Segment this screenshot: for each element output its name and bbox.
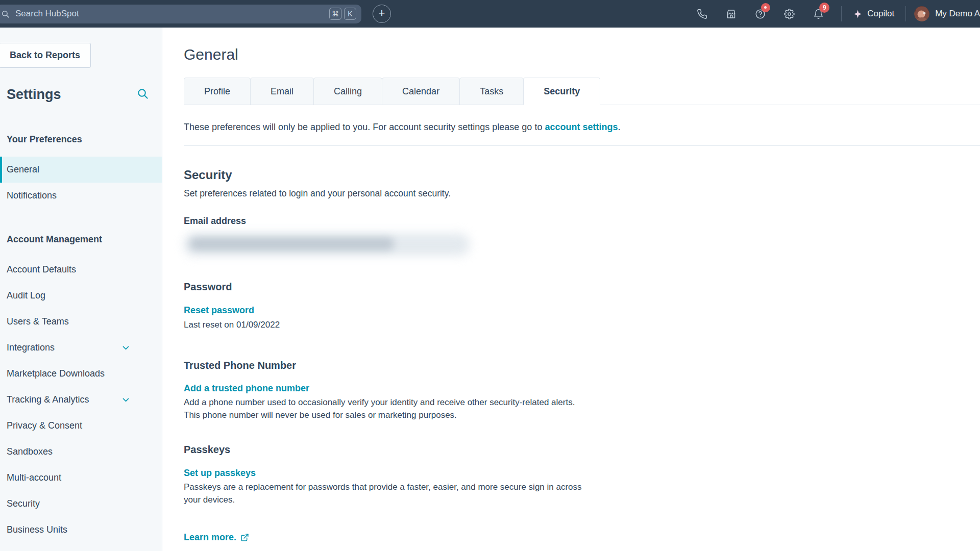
sidebar-item-sandboxes[interactable]: Sandboxes bbox=[0, 439, 162, 465]
trusted-phone-heading: Trusted Phone Number bbox=[184, 359, 980, 372]
sidebar-item-audit-log[interactable]: Audit Log bbox=[0, 283, 162, 309]
sidebar-item-multi-account[interactable]: Multi-account bbox=[0, 465, 162, 491]
trusted-phone-description: Add a phone number used to occasionally … bbox=[184, 396, 587, 421]
sidebar-item-integrations[interactable]: Integrations bbox=[0, 335, 162, 361]
sidebar-item-label: Users & Teams bbox=[7, 316, 69, 327]
account-label: My Demo A bbox=[935, 9, 980, 19]
sidebar-item-label: General bbox=[7, 164, 39, 175]
nav-divider bbox=[841, 6, 842, 21]
preferences-notice: These preferences will only be applied t… bbox=[184, 121, 980, 133]
section-divider bbox=[184, 145, 980, 146]
sidebar-item-label: Tracking & Analytics bbox=[7, 394, 89, 405]
notice-text: These preferences will only be applied t… bbox=[184, 122, 545, 132]
chevron-down-icon bbox=[121, 395, 130, 404]
back-to-reports-button[interactable]: Back to Reports bbox=[0, 43, 91, 68]
settings-button[interactable] bbox=[775, 0, 804, 28]
email-address-redacted bbox=[184, 233, 470, 256]
settings-search-icon[interactable] bbox=[137, 88, 149, 102]
tab-calendar[interactable]: Calendar bbox=[382, 78, 460, 105]
sidebar-title: Settings bbox=[7, 84, 61, 105]
passkeys-learn-more-link[interactable]: Learn more. bbox=[184, 531, 249, 543]
sidebar-item-tracking-analytics[interactable]: Tracking & Analytics bbox=[0, 387, 162, 413]
add-trusted-phone-link[interactable]: Add a trusted phone number bbox=[184, 382, 309, 394]
sidebar-item-label: Audit Log bbox=[7, 290, 45, 301]
help-notification-dot bbox=[761, 3, 770, 12]
setup-passkeys-link[interactable]: Set up passkeys bbox=[184, 467, 256, 479]
notice-period: . bbox=[618, 122, 620, 132]
sidebar-section-heading: Account Management bbox=[0, 233, 162, 245]
tab-calling[interactable]: Calling bbox=[313, 78, 382, 105]
sidebar-item-approvals[interactable]: Approvals bbox=[0, 543, 162, 551]
sidebar-item-label: Integrations bbox=[7, 342, 55, 353]
account-menu-button[interactable]: My Demo A bbox=[914, 6, 980, 21]
sidebar-item-label: Business Units bbox=[7, 524, 67, 535]
sidebar-item-business-units[interactable]: Business Units bbox=[0, 517, 162, 543]
settings-content: General ProfileEmailCallingCalendarTasks… bbox=[162, 28, 980, 551]
sidebar-item-account-defaults[interactable]: Account Defaults bbox=[0, 257, 162, 283]
top-navigation: ⌘ K + bbox=[0, 0, 980, 28]
passkeys-heading: Passkeys bbox=[184, 443, 980, 456]
sidebar-item-users-teams[interactable]: Users & Teams bbox=[0, 309, 162, 335]
help-button[interactable] bbox=[746, 0, 775, 28]
gear-icon bbox=[784, 9, 795, 19]
sidebar-item-label: Privacy & Consent bbox=[7, 420, 82, 431]
sidebar-item-label: Account Defaults bbox=[7, 264, 76, 275]
notifications-button[interactable]: 9 bbox=[804, 0, 833, 28]
sidebar-item-label: Marketplace Downloads bbox=[7, 368, 105, 379]
global-search[interactable]: ⌘ K bbox=[0, 5, 361, 23]
create-button[interactable]: + bbox=[373, 5, 391, 23]
password-heading: Password bbox=[184, 280, 980, 293]
sidebar-item-label: Security bbox=[7, 498, 40, 509]
nav-divider bbox=[905, 6, 906, 21]
k-key-badge: K bbox=[344, 8, 356, 20]
tab-email[interactable]: Email bbox=[250, 78, 314, 105]
marketplace-icon bbox=[726, 9, 737, 19]
reset-password-link[interactable]: Reset password bbox=[184, 304, 254, 316]
sidebar-item-label: Sandboxes bbox=[7, 446, 53, 457]
sidebar-item-label: Notifications bbox=[7, 190, 57, 201]
sparkle-icon bbox=[853, 9, 863, 19]
sidebar-item-general[interactable]: General bbox=[0, 157, 162, 183]
sidebar-item-label: Multi-account bbox=[7, 472, 61, 483]
email-address-label: Email address bbox=[184, 215, 980, 227]
copilot-label: Copilot bbox=[867, 9, 894, 19]
sidebar-item-notifications[interactable]: Notifications bbox=[0, 183, 162, 209]
tab-profile[interactable]: Profile bbox=[184, 78, 251, 105]
cmd-key-badge: ⌘ bbox=[329, 8, 341, 20]
external-link-icon bbox=[240, 533, 249, 542]
security-section-subheading: Set preferences related to login and you… bbox=[184, 187, 980, 199]
marketplace-button[interactable] bbox=[717, 0, 746, 28]
tab-security[interactable]: Security bbox=[523, 78, 600, 105]
calls-button[interactable] bbox=[688, 0, 717, 28]
sidebar-section-heading: Your Preferences bbox=[0, 133, 162, 145]
sidebar-sections: Your PreferencesGeneralNotificationsAcco… bbox=[0, 133, 162, 551]
sidebar-item-privacy-consent[interactable]: Privacy & Consent bbox=[0, 413, 162, 439]
security-section-heading: Security bbox=[184, 167, 980, 183]
tab-tasks[interactable]: Tasks bbox=[459, 78, 524, 105]
password-last-reset: Last reset on 01/09/2022 bbox=[184, 319, 980, 331]
search-input[interactable] bbox=[14, 8, 327, 19]
sidebar-item-marketplace-downloads[interactable]: Marketplace Downloads bbox=[0, 361, 162, 387]
avatar bbox=[914, 6, 929, 21]
copilot-button[interactable]: Copilot bbox=[850, 9, 897, 19]
search-icon bbox=[1, 10, 10, 18]
phone-icon bbox=[697, 9, 707, 19]
chevron-down-icon bbox=[121, 343, 130, 352]
notification-count-badge: 9 bbox=[819, 3, 829, 13]
passkeys-description: Passkeys are a replacement for passwords… bbox=[184, 481, 587, 506]
page-title: General bbox=[184, 45, 980, 64]
account-settings-link[interactable]: account settings bbox=[545, 122, 618, 132]
sidebar-item-security[interactable]: Security bbox=[0, 491, 162, 517]
learn-more-label: Learn more. bbox=[184, 531, 236, 543]
tab-bar: ProfileEmailCallingCalendarTasksSecurity bbox=[184, 78, 980, 105]
settings-sidebar: Back to Reports Settings Your Preference… bbox=[0, 28, 162, 551]
